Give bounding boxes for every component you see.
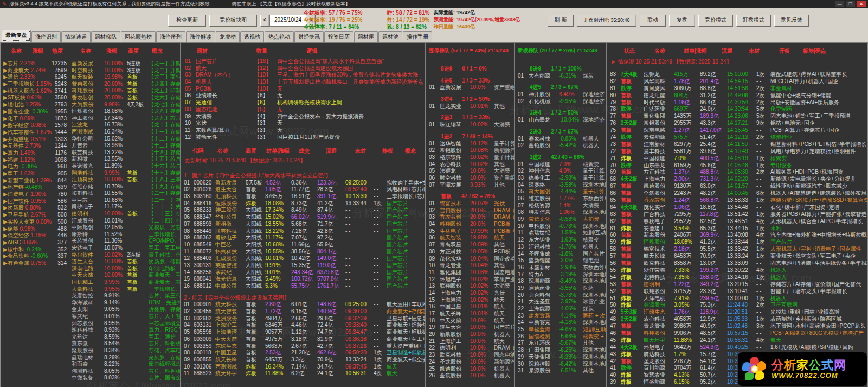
emotion-row[interactable]: 54炸板北特科技7.35%168.0亿13:24:161次机器人: [607, 274, 867, 281]
emotion-row[interactable]: 58首板锦富技术2.18亿95.5亿13:33:421次人形机器人+宇树+消费电…: [607, 246, 867, 253]
emotion-row[interactable]: 77首板雅化集团1435万189.3亿14:23:065次固态电池+锂盐+军工+…: [607, 113, 867, 120]
ladder-row[interactable]: 11欢瑞世纪-1.58%短剧/互动影: [515, 230, 606, 237]
ladder-row[interactable]: 27东江环保-5.67%其他: [515, 340, 606, 347]
sector-row[interactable]: ▶低空经济 1.15%446: [1, 232, 70, 239]
ladder-row[interactable]: 14圣晖集成-1.8%国产芯片: [515, 251, 606, 258]
emotion-row[interactable]: 63首板广合科技7295万117.8亿13:51:421次服务器PCB+AI算力…: [607, 211, 867, 218]
emotion-row[interactable]: 50炸板瀚源股份3.05%75.3亿11:24:482次卫星互联网: [607, 302, 867, 309]
ladder-row[interactable]: 06维宏股份1.77%东数西算/算: [515, 195, 606, 202]
leader-row[interactable]: 联芸科技13.22%【十四】存储、芯片: [69, 149, 180, 156]
ladder-row[interactable]: 25凯迪股份10.0%机器人: [426, 366, 514, 373]
toolbar-button[interactable]: 开盘倒计时: 35:20:46: [577, 15, 636, 27]
leader-row[interactable]: 中微装备8.03%芯片、国有企业: [69, 375, 180, 382]
ladder-row[interactable]: 26国缆检测-5.66%核聚变 + 业: [515, 333, 606, 340]
ladder-row[interactable]: 05科大国创-4.44%量子计算: [515, 188, 606, 195]
emotion-row[interactable]: 78跌停广济药业669万24.0亿14:30:545次化学制药: [607, 106, 867, 113]
theme-row[interactable]: 05 PCB板【10】无: [181, 86, 425, 93]
ladder-row[interactable]: 01中国核建7.0%核聚变: [515, 161, 606, 168]
theme-row[interactable]: 07 光通信【6】机构调研称光模块需求上调: [181, 99, 425, 106]
ladder-row[interactable]: 24圣龙股份10.0%新能源汽车: [426, 359, 514, 366]
leader-row[interactable]: 拓荆科技10.55%【二十】存储、半导: [69, 190, 180, 197]
ladder-row[interactable]: 06时空科技10.0%资产重组: [426, 175, 514, 182]
ladder-row[interactable]: 16禾盛新材-2.98%东数西算/算: [515, 264, 606, 271]
emotion-row[interactable]: 72首板晨丰科技5581万39.6亿14:10:49- -风电+绿电算力+定增获…: [607, 148, 867, 155]
leader-row[interactable]: 康斯特11.52%三季报增长、芯片: [69, 231, 180, 238]
limit-row[interactable]: 02601026道生天合首板1.05亿11.77亿28.3亿09:52:40- …: [181, 186, 425, 193]
ladder-row[interactable]: 18深圳能源-3.46%深圳本地股: [515, 278, 606, 285]
minimize-button[interactable]: —: [835, 1, 844, 7]
tab-10[interactable]: 热点轮动: [265, 31, 294, 42]
leader-row[interactable]: 格尔软件10.02%2连板量子科技、信创: [69, 252, 180, 259]
ladder-row[interactable]: 13联翔股份10.02%大消费: [426, 283, 514, 290]
sector-row[interactable]: ▶数字经济 0.98%1578: [1, 122, 70, 129]
emotion-row[interactable]: 61炸板安徽建工3.54%85.3亿13:44:151次水利: [607, 225, 867, 232]
emotion-row[interactable]: 45炸板航天环宇11.88%24.1亿10:56:314次航天: [607, 337, 867, 344]
tab-11[interactable]: 财经快讯: [294, 31, 324, 42]
toolbar-button[interactable]: 盯盘模式: [736, 15, 771, 27]
limit-row[interactable]: 03002682龙洲股份首板4904万2.66亿29.8亿09:32:39- -…: [181, 315, 425, 322]
sector-row[interactable]: ▶军工 1.63%905: [1, 170, 70, 177]
emotion-row[interactable]: 762天2板常铝股份2955万43.3亿14:17:219次铝箔+电池壳+国企: [607, 120, 867, 127]
ladder-row[interactable]: 16中国卫星10.01%航天: [426, 303, 514, 310]
leader-row[interactable]: 华海诚科9.14%HBM、先进封装: [69, 300, 180, 307]
limit-row[interactable]: 10301306西测测试炸板16.34%7.14亿34.7亿09:37:451次…: [181, 364, 425, 371]
tab-14[interactable]: 题材池: [378, 31, 402, 42]
leader-row[interactable]: 华虹公司15.02%【十二】存储、芯片: [69, 136, 180, 143]
emotion-row[interactable]: 444天2板环旭电子9642万524.3亿10:49:25- -1.6T光模块+…: [607, 344, 867, 351]
sector-row[interactable]: ▶芯片 2.21%12235: [1, 60, 70, 67]
ladder-row[interactable]: 03格尔软件10.02%量子计算: [426, 154, 514, 161]
emotion-row[interactable]: 59炸板恒烁股份18.08%41.2亿13:33:441次国产芯片: [607, 239, 867, 246]
sector-row[interactable]: ▶地产链 -0.48%839: [1, 184, 70, 191]
tab-9[interactable]: 透视榜: [240, 31, 264, 42]
sector-row[interactable]: ▶ST板块 0.61%3560: [1, 94, 70, 101]
ladder-row[interactable]: 02神州信息4.0%量子计算: [515, 168, 606, 175]
leader-row[interactable]: 普冉股份20.00%首板【龙四】存储、科创: [69, 81, 180, 88]
ladder-row[interactable]: 22德明利10.0%DRAM（内: [426, 345, 514, 352]
ladder-row[interactable]: 08方正科技10.05%PCB板: [426, 249, 514, 256]
sector-row[interactable]: ▶AIGC 0.65%377: [1, 239, 70, 246]
leader-row[interactable]: 长芯博创11.36%CPO/MPO、通信: [69, 238, 180, 245]
ladder-row[interactable]: 01锦富技术20.07%光伏: [426, 200, 514, 207]
ladder-row[interactable]: 11雅化集团10.03%固态电池: [426, 269, 514, 276]
sector-row[interactable]: ▶并购重组 0.51%1303: [1, 136, 70, 143]
limit-row[interactable]: 08688449联芸科技大阳线13.22%7.28亿42.8亿- -- -国产芯…: [181, 228, 425, 235]
emotion-row[interactable]: 51炸板大洋电机7.91%239.5亿13:00:001次机器人: [607, 295, 867, 302]
toolbar-button[interactable]: 复盘: [669, 15, 695, 27]
tab-6[interactable]: 涨停序列: [156, 31, 185, 42]
limit-row[interactable]: 07603359东珠生态首板5663万2.67亿42.7亿09:37:26- -…: [181, 343, 425, 350]
ladder-row[interactable]: 01盈新发展10.0%资产重组: [426, 84, 514, 91]
leader-row[interactable]: 盈新发展10.00%5连板【龙一】并购重组、: [69, 60, 180, 67]
limit-row[interactable]: 01000620盈新发展5天5板4.52亿0.36亿123.3亿09:25:00…: [181, 180, 425, 187]
ladder-row[interactable]: 24中新赛克-4.16%深圳本地股: [515, 319, 606, 326]
limit-row[interactable]: 11688523航天环宇炸板11.88%6.2亿24.1亿10:56:314次航…: [181, 370, 425, 377]
emotion-row[interactable]: 62首板春秋电子2952万62.5亿13:46:514次人形机器人+镁合金+AI…: [607, 218, 867, 225]
limit-row[interactable]: 09600855航天长峰首板6453万3.3亿70.9亿13:33:241次商业…: [181, 357, 425, 364]
leader-row[interactable]: 西测测试16.34%【十一】存储、军工: [69, 129, 180, 136]
theme-row[interactable]: 03 DRAM（内存）【10】三星、海力士四季度涨价30%，美股存储芯片龙头集体…: [181, 72, 425, 79]
theme-row[interactable]: 10 光伏【3】无: [181, 120, 425, 127]
theme-row[interactable]: 04 机器人【10】十五五规划提出推动脑机接口、具身智能等成为新经济增长点: [181, 79, 425, 86]
leader-row[interactable]: 晶瑞电材8.29%光刻胶、存储: [69, 354, 180, 361]
ladder-row[interactable]: 20新泉股份10.0%机器人: [426, 331, 514, 338]
sector-row[interactable]: ▶卫星导航 2.67%508: [1, 212, 70, 219]
limit-row[interactable]: 10688549中巨芯大阳线10.68%11.66亿65.9亿- -- -国产芯…: [181, 242, 425, 249]
limit-row[interactable]: 09688362甬矽电子大阳线11.17%7.07亿97.2亿- -- -国产芯…: [181, 234, 425, 242]
ladder-row[interactable]: 01神开股份6.49%深地经济: [515, 91, 606, 98]
ladder-row[interactable]: 04科翔股份20.0%PCB板: [426, 221, 514, 228]
emotion-row[interactable]: 60首板新泉股份2406万369.9亿13:40:084次汽车内饰+海外扩张+中…: [607, 232, 867, 239]
sector-row[interactable]: ▶机器人概念 1.62%3741: [1, 88, 70, 95]
ladder-row[interactable]: 31景源股份-6.51%其他: [515, 367, 606, 375]
limit-row[interactable]: 01000901航天科技首板2.80亿6.01亿148.6亿09:25:00- …: [181, 301, 425, 308]
ladder-row[interactable]: 05生益电子19.99%PCB板 + 业: [426, 228, 514, 235]
emotion-row[interactable]: 82首板风华高科1.78亿201.4亿14:54:15- -MLCC+AI算力+…: [607, 78, 867, 85]
leader-row[interactable]: 开普云13.96%【十三】存储、云计: [69, 142, 180, 149]
sector-row[interactable]: ▶次新股 0.88%532: [1, 205, 70, 212]
leader-row[interactable]: 英唐智控9.91%芯片、第三代半导体: [69, 293, 180, 300]
ladder-row[interactable]: 14上海电力10.02%光伏: [426, 290, 514, 297]
tab-3[interactable]: 情绪速递: [61, 31, 91, 42]
ladder-row[interactable]: 02石化机械-9.95%深地经济: [515, 98, 606, 105]
sector-row[interactable]: ▶电力 -0.30%968: [1, 163, 70, 170]
limit-row[interactable]: 05688233神工股份大阳线17.34%8.49亿87.4亿- -- -国产芯…: [181, 207, 425, 214]
sector-row[interactable]: ▶食品饮料 -0.60%337: [1, 253, 70, 260]
ladder-row[interactable]: 22上海能源-4.06%煤炭: [515, 306, 606, 313]
